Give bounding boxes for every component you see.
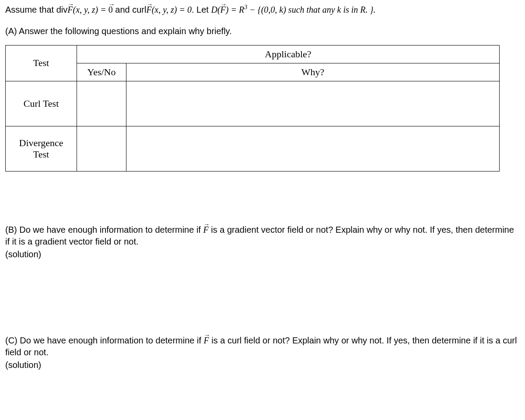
text: ( [217,5,220,14]
header-yesno: Yes/No [77,63,126,81]
text: . Let [192,5,211,14]
text: Assume that div [5,5,67,14]
table-row: Test Applicable? [6,45,500,63]
part-c: (C) Do we have enough information to det… [5,335,520,371]
header-test: Test [6,45,77,81]
text: D [211,5,217,14]
text: (x, y, z) = [152,5,187,14]
vector-F-icon: F [220,4,226,16]
table-row: Curl Test [6,81,500,126]
solution-label: (solution) [5,248,520,260]
cell-yesno [77,126,126,171]
header-why: Why? [126,63,500,81]
text: − {(0,0, k) such that any k is in R. }. [247,5,375,14]
table-row: Yes/No Why? [6,63,500,81]
vector-F-icon: F [203,224,208,236]
text: 0 [187,5,192,14]
vector-F-icon: F [146,4,151,16]
cell-yesno [77,81,126,126]
text: (C) Do we have enough information to det… [5,336,204,345]
row-name: Curl Test [6,81,77,126]
part-b: (B) Do we have enough information to det… [5,224,520,260]
solution-label: (solution) [5,359,520,371]
text: = R [228,5,244,14]
part-a-prompt: (A) Answer the following questions and e… [5,25,520,37]
table-row: DivergenceTest [6,126,500,171]
text: (B) Do we have enough information to det… [5,225,203,234]
text: and curl [113,5,147,14]
vector-F-icon: F [67,4,73,16]
intro-line: Assume that divF(x, y, z) = 0 and curlF(… [5,4,520,16]
text: (x, y, z) = [73,5,108,14]
vector-F-icon: F [204,335,209,346]
header-applicable: Applicable? [77,45,500,63]
vector-zero-icon: 0 [108,4,113,16]
cell-why [126,126,500,171]
cell-why [126,81,500,126]
test-table: Test Applicable? Yes/No Why? Curl Test D… [5,45,500,172]
row-name: DivergenceTest [6,126,77,171]
